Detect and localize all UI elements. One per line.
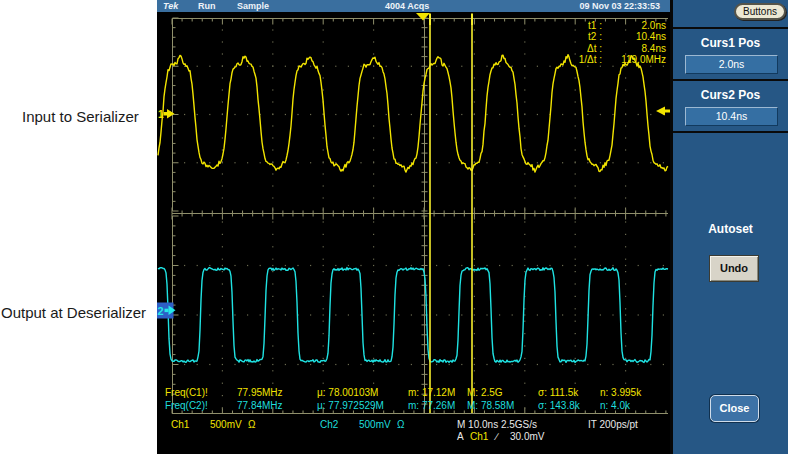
trig-a: A [457, 431, 464, 442]
meas1-max: M: 2.5G [467, 387, 503, 398]
ch2-scale: 500mV [359, 419, 391, 430]
dt-label: Δt : [540, 43, 606, 54]
meas1-name: Freq(C1)! [165, 387, 208, 398]
close-button[interactable]: Close [710, 395, 759, 422]
t2-label: t2 : [540, 31, 606, 42]
annotation-input-serializer: Input to Serializer [22, 108, 139, 125]
meas1-stdev: σ: 111.5k [538, 387, 578, 398]
inv-dt-label: 1/Δt : [540, 54, 606, 65]
curs2-pos-value[interactable]: 10.4ns [685, 107, 778, 126]
waveform-display: 12 [157, 0, 670, 454]
curs1-pos-value[interactable]: 2.0ns [685, 55, 778, 74]
screenshot-root: Input to Serializer Output at Deserializ… [0, 0, 788, 454]
trig-slope-icon: ∕ [496, 431, 498, 442]
meas2-stdev: σ: 143.8k [538, 400, 580, 411]
ch1-waveform [158, 55, 668, 173]
meas1-value: 77.95MHz [237, 387, 283, 398]
trigger-level-arrow-icon [656, 107, 665, 116]
t1-value: 2.0ns [606, 20, 668, 31]
timebase-readout: M 10.0ns 2.5GS/s [457, 419, 537, 430]
buttons-button[interactable]: Buttons [734, 3, 786, 20]
meas1-count: n: 3.995k [600, 387, 641, 398]
annotation-output-deserializer: Output at Deserializer [1, 304, 146, 321]
ch2-ground-marker [165, 309, 169, 312]
trigger-position-marker [416, 13, 430, 21]
ch2-ohm-icon: Ω [397, 419, 404, 430]
t1-label: t1 : [540, 20, 606, 31]
ch1-ground-marker [167, 109, 175, 119]
interpolation-readout: IT 200ps/pt [588, 419, 638, 430]
undo-button[interactable]: Undo [709, 255, 759, 282]
dt-value: 8.4ns [606, 43, 668, 54]
autoset-title: Autoset [673, 222, 788, 236]
curs1-pos-title: Curs1 Pos [673, 36, 788, 50]
trig-source: Ch1 [470, 431, 488, 442]
side-menu-panel: Buttons Curs1 Pos 2.0ns Curs2 Pos 10.4ns… [670, 0, 788, 454]
meas2-value: 77.84MHz [237, 400, 283, 411]
meas1-mean: μ: 78.00103M [317, 387, 378, 398]
ch2-label: Ch2 [320, 419, 338, 430]
panel-separator [673, 79, 788, 81]
meas2-mean: μ: 77.972529M [317, 400, 384, 411]
trig-level: 30.0mV [510, 431, 544, 442]
meas2-count: n: 4.0k [600, 400, 630, 411]
cursor-readout: t1 :2.0ns t2 :10.4ns Δt :8.4ns 1/Δt :119… [540, 20, 668, 66]
ch1-ground-marker: 1 [158, 109, 164, 120]
panel-separator [673, 131, 788, 133]
ch1-scale: 500mV [210, 419, 242, 430]
panel-separator [673, 27, 788, 29]
meas2-name: Freq(C2)! [165, 400, 208, 411]
t2-value: 10.4ns [606, 31, 668, 42]
meas2-min: m: 77.26M [408, 400, 455, 411]
ch2-ground-marker: 2 [158, 305, 164, 317]
ch1-ohm-icon: Ω [248, 419, 255, 430]
meas2-max: M: 78.58M [467, 400, 514, 411]
ch1-label: Ch1 [171, 419, 189, 430]
curs2-pos-title: Curs2 Pos [673, 88, 788, 102]
inv-dt-value: 119.0MHz [606, 54, 668, 65]
meas1-min: m: 17.12M [408, 387, 455, 398]
